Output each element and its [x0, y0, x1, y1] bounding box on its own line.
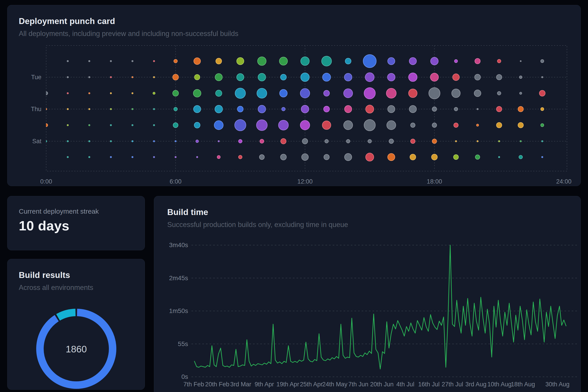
buildtime-ytick-label: 1m50s [169, 307, 188, 314]
buildtime-ytick-label: 0s [181, 373, 188, 380]
punchcard-bubble [344, 106, 352, 113]
punchcard-bubble [196, 156, 198, 158]
punchcard-bubble [344, 154, 352, 161]
punchcard-bubble [217, 156, 220, 159]
punchcard-bubble [474, 90, 481, 97]
punchcard-bubble [386, 88, 396, 98]
punchcard-bubble [238, 155, 242, 159]
punchcard-day-label: Sat [32, 138, 42, 144]
buildtime-line [194, 245, 566, 369]
punchcard-bubble [215, 105, 222, 113]
punchcard-bubble [258, 57, 266, 66]
punchcard-bubble [89, 108, 90, 110]
build-results-panel: Build results Across all environments 18… [7, 259, 145, 390]
punchcard-bubble [282, 107, 285, 111]
punchcard-bubble [387, 121, 396, 130]
punchcard-bubble [366, 105, 374, 113]
punchcard-bubble [67, 140, 68, 142]
punchcard-bubble [175, 140, 176, 142]
punchcard-hour-label: 0:00 [40, 178, 52, 185]
punchcard-bubble [154, 76, 155, 78]
punchcard-bubble [410, 154, 416, 160]
punchcard-bubble [475, 58, 480, 64]
punchcard-bubble [175, 156, 176, 158]
punchcard-bubble [280, 74, 286, 80]
punchcard-bubble [324, 90, 330, 96]
punchcard-bubble [89, 76, 90, 78]
punchcard-bubble [477, 140, 478, 142]
buildtime-xtick-label: 30th Aug [546, 381, 570, 388]
buildtime-xtick-label: 24th May [322, 381, 348, 388]
punchcard-bubble [324, 154, 329, 160]
punchcard-bubble [67, 124, 68, 126]
punchcard-bubble [477, 108, 478, 110]
punchcard-bubble [174, 107, 178, 111]
punchcard-bubble [259, 154, 264, 160]
punchcard-bubble [432, 139, 436, 144]
punchcard-bubble [132, 76, 133, 78]
punchcard-bubble [300, 88, 310, 98]
punchcard-bubble [193, 90, 201, 97]
punchcard-bubble [235, 120, 246, 131]
punchcard-bubble [256, 120, 267, 130]
punchcard-bubble [194, 74, 200, 80]
buildtime-xtick-label: 10th Aug [487, 381, 512, 388]
punchcard-bubble [344, 73, 352, 81]
punchcard-bubble [215, 74, 222, 81]
punchcard-bubble [346, 140, 350, 143]
punchcard-bubble [454, 60, 458, 63]
buildtime-xtick-label: 25th Apr [300, 381, 323, 388]
punchcard-bubble [67, 92, 68, 94]
punchcard-bubble [520, 61, 521, 62]
punchcard-bubble [497, 92, 501, 95]
punchcard-bubble [454, 123, 458, 128]
punchcard-bubble [173, 90, 178, 96]
punchcard-bubble [519, 155, 522, 159]
punchcard-bubble [365, 73, 374, 82]
punchcard-bubble [322, 56, 332, 66]
punchcard-bubble [388, 73, 395, 81]
buildtime-xtick-label: 19th Apr [276, 381, 299, 388]
punchcard-bubble [218, 140, 219, 142]
punchcard-bubble [44, 124, 48, 127]
punchcard-bubble [452, 89, 460, 98]
buildtime-ytick-label: 3m40s [169, 242, 188, 248]
punchcard-bubble [300, 120, 310, 130]
punchcard-bubble [46, 140, 47, 142]
punchcard-bubble [214, 121, 223, 130]
punchcard-bubble [498, 156, 500, 158]
punchcard-bubble [301, 57, 310, 66]
punchcard-bubble [194, 122, 200, 128]
punchcard-bubble [46, 108, 47, 110]
punchcard-bubble [454, 107, 458, 111]
punchcard-bubble [110, 108, 112, 110]
buildtime-xtick-label: 7th Feb [183, 381, 204, 388]
punchcard-bubble [67, 76, 68, 78]
punchcard-bubble [132, 108, 133, 110]
punchcard-bubble [345, 58, 351, 64]
build-results-donut-chart: 1860 [8, 259, 145, 390]
punchcard-bubble [432, 107, 436, 111]
punchcard-bubble [237, 58, 244, 65]
punchcard-bubble [388, 154, 395, 161]
punchcard-bubble [257, 88, 267, 98]
punchcard-bubble [364, 88, 376, 99]
punchcard-bubble [110, 76, 112, 78]
punchcard-bubble [368, 140, 372, 143]
punchcard-bubble [153, 92, 155, 94]
punchcard-bubble [322, 73, 331, 81]
punchcard-day-label: Tue [31, 74, 42, 80]
punchcard-bubble [388, 58, 395, 65]
punchcard-bubble [110, 124, 112, 126]
punchcard-bubble [325, 140, 328, 143]
punchcard-bubble [410, 139, 415, 144]
punchcard-bubble [541, 124, 544, 127]
punchcard-bubble [154, 108, 155, 110]
punchcard-bubble [409, 58, 416, 65]
punchcard-bubble [196, 140, 198, 142]
buildtime-xtick-label: 3rd Aug [465, 381, 486, 388]
punchcard-bubble [89, 60, 90, 62]
punchcard-bubble [258, 105, 266, 113]
deployment-streak-panel: Current deployment streak 10 days [7, 196, 145, 250]
punchcard-bubble [110, 156, 112, 158]
